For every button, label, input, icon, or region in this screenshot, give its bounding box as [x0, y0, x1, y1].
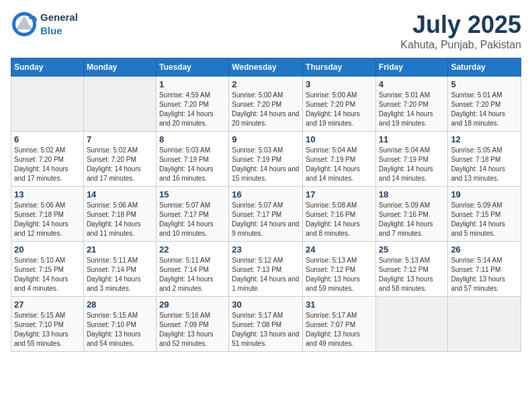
calendar-cell: 27Sunrise: 5:15 AM Sunset: 7:10 PM Dayli…	[11, 297, 84, 352]
day-detail: Sunrise: 5:12 AM Sunset: 7:13 PM Dayligh…	[232, 256, 300, 293]
calendar-cell: 30Sunrise: 5:17 AM Sunset: 7:08 PM Dayli…	[229, 297, 303, 352]
day-detail: Sunrise: 5:10 AM Sunset: 7:15 PM Dayligh…	[14, 256, 81, 293]
calendar-cell: 17Sunrise: 5:08 AM Sunset: 7:16 PM Dayli…	[303, 187, 376, 242]
day-number: 15	[159, 189, 226, 199]
day-detail: Sunrise: 5:07 AM Sunset: 7:17 PM Dayligh…	[232, 201, 300, 238]
day-detail: Sunrise: 5:11 AM Sunset: 7:14 PM Dayligh…	[159, 256, 226, 293]
day-number: 4	[379, 79, 445, 89]
logo: General Blue	[11, 11, 78, 38]
day-detail: Sunrise: 5:04 AM Sunset: 7:19 PM Dayligh…	[379, 146, 445, 183]
calendar-cell: 8Sunrise: 5:03 AM Sunset: 7:19 PM Daylig…	[156, 132, 228, 187]
day-number: 12	[451, 134, 518, 144]
calendar-cell: 3Sunrise: 5:00 AM Sunset: 7:20 PM Daylig…	[303, 77, 376, 132]
day-number: 26	[451, 244, 518, 255]
day-number: 10	[306, 134, 373, 144]
subtitle: Kahuta, Punjab, Pakistan	[400, 39, 521, 51]
day-detail: Sunrise: 5:00 AM Sunset: 7:20 PM Dayligh…	[232, 91, 300, 128]
day-of-week-header: Thursday	[303, 58, 376, 77]
day-number: 13	[14, 189, 81, 199]
title-area: July 2025 Kahuta, Punjab, Pakistan	[400, 11, 521, 51]
calendar-cell: 6Sunrise: 5:02 AM Sunset: 7:20 PM Daylig…	[11, 132, 84, 187]
calendar-cell: 29Sunrise: 5:16 AM Sunset: 7:09 PM Dayli…	[156, 297, 228, 352]
day-number: 29	[159, 300, 226, 310]
calendar-cell: 13Sunrise: 5:06 AM Sunset: 7:18 PM Dayli…	[11, 187, 84, 242]
logo-general-text: General Blue	[40, 11, 78, 38]
calendar-cell: 23Sunrise: 5:12 AM Sunset: 7:13 PM Dayli…	[229, 242, 303, 297]
calendar-cell: 2Sunrise: 5:00 AM Sunset: 7:20 PM Daylig…	[229, 77, 303, 132]
day-detail: Sunrise: 5:09 AM Sunset: 7:16 PM Dayligh…	[379, 201, 445, 238]
calendar-cell: 28Sunrise: 5:15 AM Sunset: 7:10 PM Dayli…	[83, 297, 156, 352]
day-number: 8	[159, 134, 226, 144]
calendar-cell	[83, 77, 156, 132]
calendar-table: SundayMondayTuesdayWednesdayThursdayFrid…	[11, 58, 521, 352]
calendar-cell: 25Sunrise: 5:13 AM Sunset: 7:12 PM Dayli…	[375, 242, 448, 297]
calendar-cell: 21Sunrise: 5:11 AM Sunset: 7:14 PM Dayli…	[83, 242, 156, 297]
day-detail: Sunrise: 5:00 AM Sunset: 7:20 PM Dayligh…	[306, 91, 373, 128]
calendar-cell: 16Sunrise: 5:07 AM Sunset: 7:17 PM Dayli…	[229, 187, 303, 242]
day-detail: Sunrise: 5:17 AM Sunset: 7:07 PM Dayligh…	[306, 311, 373, 349]
day-of-week-header: Tuesday	[156, 58, 228, 77]
calendar-cell: 1Sunrise: 4:59 AM Sunset: 7:20 PM Daylig…	[156, 77, 228, 132]
calendar-cell: 15Sunrise: 5:07 AM Sunset: 7:17 PM Dayli…	[156, 187, 228, 242]
day-number: 11	[379, 134, 445, 144]
calendar-cell: 9Sunrise: 5:03 AM Sunset: 7:19 PM Daylig…	[229, 132, 303, 187]
day-number: 28	[87, 300, 153, 310]
day-detail: Sunrise: 5:14 AM Sunset: 7:11 PM Dayligh…	[451, 256, 518, 293]
day-number: 31	[306, 300, 373, 310]
calendar-week-row: 13Sunrise: 5:06 AM Sunset: 7:18 PM Dayli…	[11, 187, 521, 242]
day-detail: Sunrise: 5:06 AM Sunset: 7:18 PM Dayligh…	[87, 201, 153, 238]
calendar-cell: 24Sunrise: 5:13 AM Sunset: 7:12 PM Dayli…	[303, 242, 376, 297]
day-number: 1	[159, 79, 226, 89]
day-detail: Sunrise: 5:01 AM Sunset: 7:20 PM Dayligh…	[379, 91, 445, 128]
day-detail: Sunrise: 5:17 AM Sunset: 7:08 PM Dayligh…	[232, 311, 300, 349]
day-detail: Sunrise: 5:01 AM Sunset: 7:20 PM Dayligh…	[451, 91, 518, 128]
calendar-cell: 26Sunrise: 5:14 AM Sunset: 7:11 PM Dayli…	[448, 242, 521, 297]
calendar-week-row: 27Sunrise: 5:15 AM Sunset: 7:10 PM Dayli…	[11, 297, 521, 352]
day-detail: Sunrise: 5:03 AM Sunset: 7:19 PM Dayligh…	[232, 146, 300, 183]
day-detail: Sunrise: 5:15 AM Sunset: 7:10 PM Dayligh…	[14, 311, 81, 349]
day-detail: Sunrise: 5:03 AM Sunset: 7:19 PM Dayligh…	[159, 146, 226, 183]
day-of-week-header: Saturday	[448, 58, 521, 77]
day-of-week-header: Wednesday	[229, 58, 303, 77]
calendar-cell	[375, 297, 448, 352]
day-number: 20	[14, 244, 81, 255]
calendar-cell: 19Sunrise: 5:09 AM Sunset: 7:15 PM Dayli…	[448, 187, 521, 242]
calendar-cell: 10Sunrise: 5:04 AM Sunset: 7:19 PM Dayli…	[303, 132, 376, 187]
day-number: 2	[232, 79, 300, 89]
day-number: 21	[87, 244, 153, 255]
calendar-cell: 14Sunrise: 5:06 AM Sunset: 7:18 PM Dayli…	[83, 187, 156, 242]
day-number: 23	[232, 244, 300, 255]
day-number: 5	[451, 79, 518, 89]
day-detail: Sunrise: 5:06 AM Sunset: 7:18 PM Dayligh…	[14, 201, 81, 238]
day-detail: Sunrise: 5:13 AM Sunset: 7:12 PM Dayligh…	[379, 256, 445, 293]
day-of-week-header: Friday	[375, 58, 448, 77]
day-number: 27	[14, 300, 81, 310]
calendar-week-row: 6Sunrise: 5:02 AM Sunset: 7:20 PM Daylig…	[11, 132, 521, 187]
day-number: 16	[232, 189, 300, 199]
day-detail: Sunrise: 5:09 AM Sunset: 7:15 PM Dayligh…	[451, 201, 518, 238]
day-number: 18	[379, 189, 445, 199]
day-number: 6	[14, 134, 81, 144]
calendar-cell	[448, 297, 521, 352]
day-number: 30	[232, 300, 300, 310]
calendar-week-row: 20Sunrise: 5:10 AM Sunset: 7:15 PM Dayli…	[11, 242, 521, 297]
day-detail: Sunrise: 5:04 AM Sunset: 7:19 PM Dayligh…	[306, 146, 373, 183]
day-number: 17	[306, 189, 373, 199]
day-detail: Sunrise: 5:07 AM Sunset: 7:17 PM Dayligh…	[159, 201, 226, 238]
day-number: 3	[306, 79, 373, 89]
calendar-cell: 22Sunrise: 5:11 AM Sunset: 7:14 PM Dayli…	[156, 242, 228, 297]
logo-icon	[11, 11, 38, 38]
calendar-cell: 12Sunrise: 5:05 AM Sunset: 7:18 PM Dayli…	[448, 132, 521, 187]
day-number: 22	[159, 244, 226, 255]
day-number: 9	[232, 134, 300, 144]
day-detail: Sunrise: 5:13 AM Sunset: 7:12 PM Dayligh…	[306, 256, 373, 293]
day-detail: Sunrise: 4:59 AM Sunset: 7:20 PM Dayligh…	[159, 91, 226, 128]
header: General Blue July 2025 Kahuta, Punjab, P…	[11, 11, 521, 51]
day-detail: Sunrise: 5:02 AM Sunset: 7:20 PM Dayligh…	[87, 146, 153, 183]
calendar-cell: 4Sunrise: 5:01 AM Sunset: 7:20 PM Daylig…	[375, 77, 448, 132]
day-number: 14	[87, 189, 153, 199]
day-number: 24	[306, 244, 373, 255]
calendar-week-row: 1Sunrise: 4:59 AM Sunset: 7:20 PM Daylig…	[11, 77, 521, 132]
main-title: July 2025	[400, 11, 521, 39]
calendar-cell: 7Sunrise: 5:02 AM Sunset: 7:20 PM Daylig…	[83, 132, 156, 187]
